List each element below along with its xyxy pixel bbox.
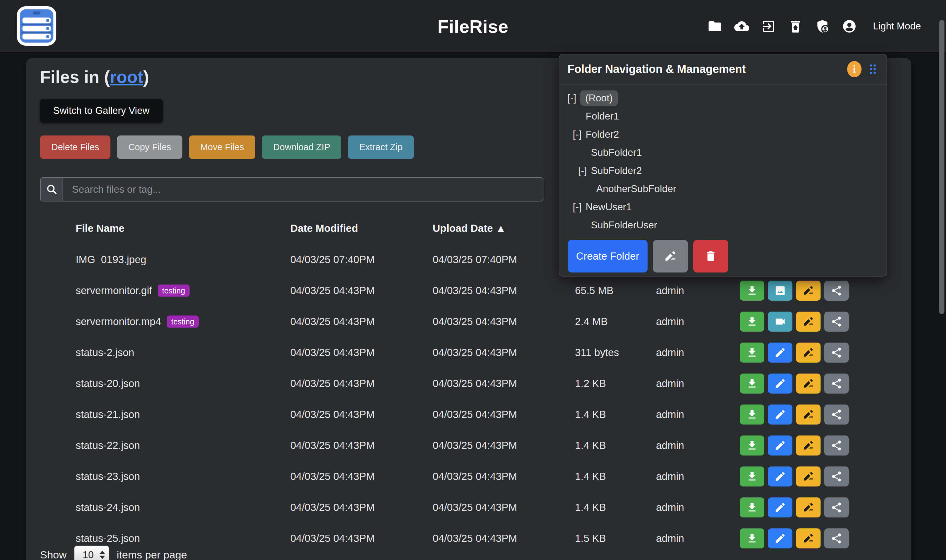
file-size: 1.4 KB xyxy=(575,471,606,482)
tree-folder-label[interactable]: SubFolder1 xyxy=(591,147,642,158)
info-icon[interactable]: i xyxy=(847,61,861,77)
share-button[interactable] xyxy=(824,528,849,548)
col-header-upload-date[interactable]: Upload Date ▲ xyxy=(433,222,506,234)
tree-folder-label[interactable]: SubFolderUser xyxy=(591,219,657,231)
tree-item[interactable]: [-]SubFolder2 xyxy=(559,162,886,180)
delete-folder-button[interactable] xyxy=(693,240,728,272)
file-name[interactable]: IMG_0193.jpeg xyxy=(76,254,146,266)
file-name[interactable]: servermonitor.mp4 xyxy=(76,316,161,328)
share-button[interactable] xyxy=(824,374,849,394)
bulk-download-zip-button[interactable]: Download ZIP xyxy=(262,135,341,159)
page-scrollbar[interactable] xyxy=(939,20,944,314)
drag-handle-icon[interactable] xyxy=(866,62,879,76)
file-size: 311 bytes xyxy=(575,347,619,358)
root-folder-link[interactable]: root xyxy=(110,67,143,87)
file-name[interactable]: status-21.json xyxy=(76,409,140,420)
cloud-upload-icon[interactable] xyxy=(734,19,749,34)
share-button[interactable] xyxy=(824,281,849,301)
download-button[interactable] xyxy=(740,343,764,363)
tree-folder-label[interactable]: Folder2 xyxy=(586,129,619,140)
logout-icon[interactable] xyxy=(761,19,776,34)
tree-item[interactable]: AnotherSubFolder xyxy=(559,180,886,198)
rename-button[interactable] xyxy=(796,528,821,548)
file-size: 1.4 KB xyxy=(575,409,606,420)
search-input[interactable] xyxy=(63,178,543,201)
account-icon[interactable] xyxy=(842,19,857,34)
tree-folder-label[interactable]: SubFolder2 xyxy=(591,165,642,177)
items-per-page-select[interactable]: 10 xyxy=(74,546,109,560)
download-button[interactable] xyxy=(740,281,764,301)
file-name[interactable]: status-23.json xyxy=(76,471,140,482)
file-name[interactable]: status-20.json xyxy=(76,378,140,389)
download-button[interactable] xyxy=(740,497,764,517)
tree-toggle[interactable]: [-] xyxy=(578,165,591,177)
rename-folder-button[interactable] xyxy=(653,240,688,272)
edit-button[interactable] xyxy=(768,497,792,517)
bulk-move-files-button[interactable]: Move Files xyxy=(189,135,255,159)
tree-item[interactable]: [-]Folder2 xyxy=(559,125,886,143)
rename-button[interactable] xyxy=(796,343,821,363)
edit-button[interactable] xyxy=(768,343,792,363)
download-button[interactable] xyxy=(740,466,764,486)
tree-item[interactable]: SubFolder1 xyxy=(559,143,886,162)
tree-folder-label[interactable]: AnotherSubFolder xyxy=(596,183,676,195)
edit-button[interactable] xyxy=(768,528,792,548)
file-name[interactable]: status-24.json xyxy=(76,502,140,513)
file-name[interactable]: servermonitor.gif xyxy=(76,285,152,297)
share-button[interactable] xyxy=(824,497,849,517)
row-actions xyxy=(740,497,849,517)
bulk-extract-zip-button[interactable]: Extract Zip xyxy=(348,135,414,159)
share-button[interactable] xyxy=(824,466,849,486)
rename-button[interactable] xyxy=(796,435,821,455)
admin-shield-icon[interactable] xyxy=(815,19,830,34)
tree-toggle[interactable]: [-] xyxy=(568,92,580,104)
tree-folder-label[interactable]: (Root) xyxy=(580,91,618,106)
create-folder-button[interactable]: Create Folder xyxy=(568,240,648,272)
col-header-date-modified[interactable]: Date Modified xyxy=(290,222,358,234)
preview-image-button[interactable] xyxy=(768,281,792,301)
search-icon[interactable] xyxy=(41,178,63,201)
date-modified: 04/03/25 04:43PM xyxy=(290,409,375,420)
file-name[interactable]: status-25.json xyxy=(76,532,140,545)
folder-icon[interactable] xyxy=(707,19,722,34)
rename-button[interactable] xyxy=(796,405,821,425)
download-button[interactable] xyxy=(740,435,764,455)
rename-button[interactable] xyxy=(796,281,821,301)
edit-button[interactable] xyxy=(768,374,792,394)
tree-item[interactable]: SubFolderUser xyxy=(559,216,886,234)
share-button[interactable] xyxy=(824,312,849,332)
switch-gallery-view-button[interactable]: Switch to Gallery View xyxy=(40,99,163,123)
preview-video-button[interactable] xyxy=(768,312,792,332)
download-button[interactable] xyxy=(740,405,764,425)
tree-folder-label[interactable]: Folder1 xyxy=(586,111,619,122)
download-button[interactable] xyxy=(740,528,764,548)
share-button[interactable] xyxy=(824,405,849,425)
share-button[interactable] xyxy=(824,435,849,455)
rename-button[interactable] xyxy=(796,374,821,394)
bulk-delete-files-button[interactable]: Delete Files xyxy=(40,135,111,159)
file-name[interactable]: status-22.json xyxy=(76,440,140,451)
col-header-file-name[interactable]: File Name xyxy=(76,222,125,234)
theme-toggle-button[interactable]: Light Mode xyxy=(873,21,921,32)
tree-item[interactable]: Folder1 xyxy=(559,107,886,125)
tree-folder-label[interactable]: NewUser1 xyxy=(586,201,632,213)
rename-button[interactable] xyxy=(796,466,821,486)
tree-item[interactable]: [-](Root) xyxy=(559,89,886,107)
tree-toggle[interactable]: [-] xyxy=(573,129,586,140)
row-actions xyxy=(740,374,849,394)
tree-item[interactable]: [-]NewUser1 xyxy=(559,198,886,216)
rename-button[interactable] xyxy=(796,312,821,332)
bulk-copy-files-button[interactable]: Copy Files xyxy=(117,135,182,159)
row-actions xyxy=(740,405,849,425)
download-button[interactable] xyxy=(740,312,764,332)
download-button[interactable] xyxy=(740,374,764,394)
edit-button[interactable] xyxy=(768,405,792,425)
restore-trash-icon[interactable] xyxy=(788,19,803,34)
tree-toggle[interactable]: [-] xyxy=(573,201,586,213)
heading-prefix: Files in ( xyxy=(40,67,110,87)
share-button[interactable] xyxy=(824,343,849,363)
edit-button[interactable] xyxy=(768,435,792,455)
rename-button[interactable] xyxy=(796,497,821,517)
file-name[interactable]: status-2.json xyxy=(76,347,134,358)
edit-button[interactable] xyxy=(768,466,792,486)
